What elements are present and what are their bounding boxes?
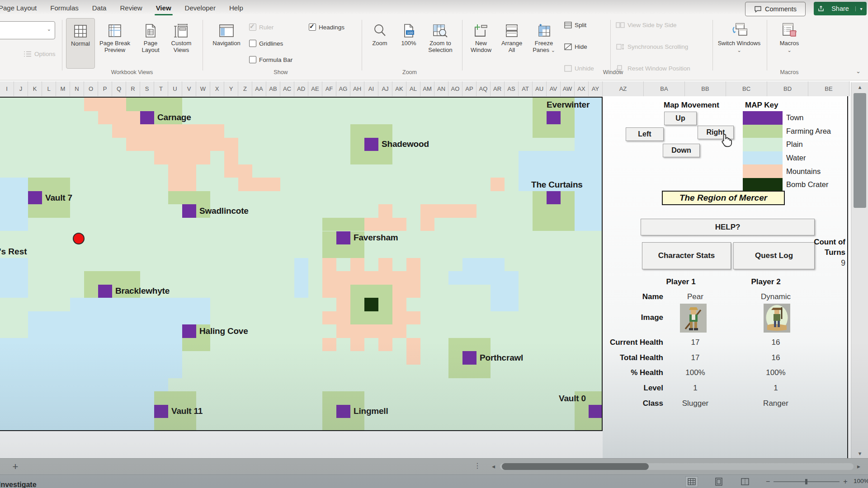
custom-views-button[interactable]: Custom Views <box>165 18 197 54</box>
column-header-AP[interactable]: AP <box>462 81 476 96</box>
zoom-slider-track[interactable] <box>774 481 840 482</box>
comments-button[interactable]: Comments <box>745 2 806 16</box>
move-down-button[interactable]: Down <box>663 144 700 157</box>
column-header-AS[interactable]: AS <box>505 81 519 96</box>
share-button[interactable]: Share ▾ <box>814 2 867 15</box>
column-header-J[interactable]: J <box>14 81 28 96</box>
column-header-N[interactable]: N <box>70 81 84 96</box>
column-header-BD[interactable]: BD <box>767 81 808 96</box>
horizontal-scrollbar-thumb[interactable] <box>502 463 649 470</box>
ribbon-tab-review[interactable]: Review <box>113 0 149 16</box>
column-header-W[interactable]: W <box>196 81 210 96</box>
column-header-AT[interactable]: AT <box>519 81 533 96</box>
column-header-U[interactable]: U <box>168 81 182 96</box>
column-header-BA[interactable]: BA <box>644 81 685 96</box>
column-header-AM[interactable]: AM <box>420 81 434 96</box>
ribbon-tab-developer[interactable]: Developer <box>178 0 222 16</box>
scroll-down-arrow[interactable]: ▾ <box>851 450 868 457</box>
column-header-AJ[interactable]: AJ <box>378 81 392 96</box>
column-header-AK[interactable]: AK <box>392 81 406 96</box>
column-header-AX[interactable]: AX <box>575 81 589 96</box>
zoom-out-button[interactable]: − <box>766 478 770 486</box>
vertical-scrollbar[interactable]: ▴ ▾ <box>851 82 868 458</box>
column-header-AR[interactable]: AR <box>491 81 505 96</box>
column-header-BE[interactable]: BE <box>808 81 849 96</box>
navigation-button[interactable]: Navigation <box>207 18 246 47</box>
column-header-AY[interactable]: AY <box>589 81 603 96</box>
zoom-100-button[interactable]: 100 100% <box>396 18 421 47</box>
normal-view-toggle[interactable] <box>685 476 698 487</box>
zoom-slider-knob[interactable] <box>805 479 807 484</box>
new-window-button[interactable]: New Window <box>466 18 496 54</box>
ribbon-tab-help[interactable]: Help <box>222 0 250 16</box>
ribbon-tab-data[interactable]: Data <box>85 0 113 16</box>
column-header-P[interactable]: P <box>98 81 112 96</box>
page-break-preview-toggle[interactable] <box>739 476 751 487</box>
collapse-ribbon-chevron[interactable]: ⌄ <box>856 68 861 75</box>
move-up-button[interactable]: Up <box>664 112 697 125</box>
column-header-AN[interactable]: AN <box>434 81 448 96</box>
column-header-AL[interactable]: AL <box>406 81 420 96</box>
column-header-Y[interactable]: Y <box>224 81 238 96</box>
reset-window-position-button[interactable]: Reset Window Position <box>616 65 690 72</box>
zoom-to-selection-button[interactable]: Zoom to Selection <box>423 18 458 54</box>
column-header-S[interactable]: S <box>140 81 154 96</box>
column-header-BB[interactable]: BB <box>685 81 726 96</box>
help-button[interactable]: HELP? <box>641 219 815 235</box>
zoom-button[interactable]: Zoom <box>365 18 394 47</box>
column-header-AB[interactable]: AB <box>266 81 280 96</box>
column-header-I[interactable]: I <box>0 81 14 96</box>
column-header-AH[interactable]: AH <box>350 81 364 96</box>
ruler-checkbox[interactable]: Ruler <box>249 23 274 31</box>
column-header-AV[interactable]: AV <box>547 81 561 96</box>
sheet-view-options[interactable]: Options <box>24 51 56 57</box>
share-dropdown-chevron[interactable]: ▾ <box>855 6 867 11</box>
column-header-AG[interactable]: AG <box>336 81 350 96</box>
vertical-scrollbar-thumb[interactable] <box>854 93 866 208</box>
view-side-by-side-button[interactable]: View Side by Side <box>616 22 677 28</box>
column-header-BC[interactable]: BC <box>726 81 767 96</box>
column-header-O[interactable]: O <box>84 81 98 96</box>
normal-view-button[interactable]: Normal <box>66 18 95 69</box>
formula-bar-checkbox[interactable]: Formula Bar <box>249 56 292 63</box>
headings-checkbox[interactable]: Headings <box>309 23 344 31</box>
freeze-panes-button[interactable]: * Freeze Panes ⌄ <box>527 18 561 54</box>
scroll-up-arrow[interactable]: ▴ <box>851 84 868 90</box>
character-stats-button[interactable]: Character Stats <box>642 242 731 269</box>
ribbon-tab-page-layout[interactable]: Page Layout <box>0 0 43 16</box>
hide-button[interactable]: Hide <box>564 43 587 50</box>
page-break-preview-button[interactable]: Page Break Preview <box>94 18 136 54</box>
move-left-button[interactable]: Left <box>626 127 664 141</box>
unhide-button[interactable]: Unhide <box>564 65 594 72</box>
column-header-AO[interactable]: AO <box>448 81 462 96</box>
zoom-in-button[interactable]: + <box>843 478 847 486</box>
zoom-slider[interactable]: − + <box>766 476 848 487</box>
macros-button[interactable]: Macros⌄ <box>771 18 807 54</box>
zoom-percentage[interactable]: 100% <box>854 478 868 484</box>
sheet-view-combobox[interactable]: ⌄ <box>0 21 55 39</box>
column-header-AW[interactable]: AW <box>561 81 575 96</box>
column-header-Q[interactable]: Q <box>112 81 126 96</box>
column-header-AF[interactable]: AF <box>322 81 336 96</box>
column-header-AQ[interactable]: AQ <box>476 81 491 96</box>
gridlines-checkbox[interactable]: Gridlines <box>249 40 283 47</box>
horizontal-scrollbar[interactable] <box>500 463 854 470</box>
new-sheet-button[interactable]: + <box>9 460 22 473</box>
column-header-AE[interactable]: AE <box>308 81 322 96</box>
column-header-X[interactable]: X <box>210 81 224 96</box>
scroll-left-arrow[interactable]: ◂ <box>492 463 495 470</box>
column-header-L[interactable]: L <box>42 81 56 96</box>
page-layout-view-toggle[interactable] <box>712 476 725 487</box>
column-header-AD[interactable]: AD <box>294 81 308 96</box>
scroll-right-arrow[interactable]: ▸ <box>857 463 860 470</box>
split-button[interactable]: Split <box>564 22 586 28</box>
column-header-K[interactable]: K <box>28 81 42 96</box>
column-header-AU[interactable]: AU <box>533 81 547 96</box>
column-header-AC[interactable]: AC <box>280 81 294 96</box>
quest-log-button[interactable]: Quest Log <box>733 242 815 269</box>
column-header-Z[interactable]: Z <box>238 81 252 96</box>
page-layout-view-button[interactable]: Page Layout <box>137 18 165 54</box>
column-header-V[interactable]: V <box>182 81 196 96</box>
column-header-AA[interactable]: AA <box>252 81 266 96</box>
column-header-AI[interactable]: AI <box>364 81 378 96</box>
